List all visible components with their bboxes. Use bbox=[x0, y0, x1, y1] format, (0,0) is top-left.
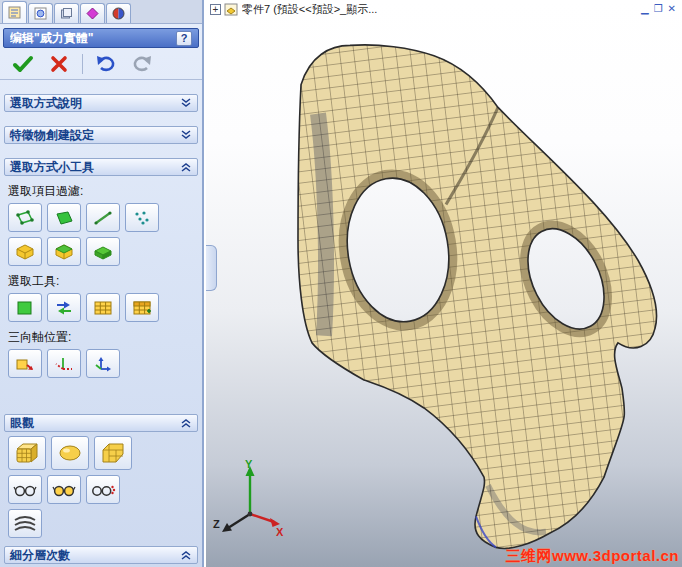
filter-body-icon bbox=[14, 243, 36, 261]
panel-header: 编辑"威力實體" ? bbox=[3, 28, 199, 48]
watermark-text: 三维网www.3dportal.cn bbox=[506, 547, 679, 566]
triad-align-icon bbox=[92, 355, 114, 373]
glasses-points-icon bbox=[90, 482, 116, 498]
triad-icon-row bbox=[0, 349, 202, 378]
close-icon[interactable]: ✕ bbox=[668, 4, 676, 14]
group-label-selection-tools: 選取工具: bbox=[8, 273, 202, 290]
select-table-button[interactable] bbox=[125, 293, 159, 322]
group-label-triad-position: 三向軸位置: bbox=[8, 329, 202, 346]
tab-dimxpert[interactable] bbox=[80, 3, 105, 23]
view-icon-row-3 bbox=[0, 509, 202, 538]
tab-configuration[interactable] bbox=[28, 3, 53, 23]
glasses-points-button[interactable] bbox=[86, 475, 120, 504]
view-icon-row-1 bbox=[0, 436, 202, 470]
swap-selection-icon bbox=[53, 299, 75, 317]
ok-button[interactable] bbox=[10, 52, 36, 76]
undo-button[interactable] bbox=[93, 52, 119, 76]
red-blue-orb-icon bbox=[112, 7, 125, 20]
select-grid-icon bbox=[92, 299, 114, 317]
filter-body-button[interactable] bbox=[8, 237, 42, 266]
window-controls: ▁ ❐ ✕ bbox=[641, 4, 676, 14]
redo-arrow-icon bbox=[131, 54, 153, 74]
tab-appearance[interactable] bbox=[106, 3, 131, 23]
triad-move-icon bbox=[53, 355, 75, 373]
magenta-diamond-icon bbox=[86, 7, 99, 20]
filter-icon-row-2 bbox=[0, 237, 202, 266]
isoparm-layers-button[interactable] bbox=[8, 509, 42, 538]
section-view[interactable]: 眼觀 bbox=[4, 414, 198, 432]
triad-move-button[interactable] bbox=[47, 349, 81, 378]
chevron-up-icon bbox=[180, 162, 192, 172]
filter-vertices-icon bbox=[14, 209, 36, 227]
triad-default-icon bbox=[14, 355, 36, 373]
filter-icon-row-1 bbox=[0, 203, 202, 232]
glasses-wireframe-button[interactable] bbox=[8, 475, 42, 504]
filter-body-flat-button[interactable] bbox=[86, 237, 120, 266]
section-label: 選取方式小工具 bbox=[10, 159, 94, 176]
tab-property-manager[interactable] bbox=[2, 1, 27, 23]
section-label: 眼觀 bbox=[10, 415, 34, 432]
axis-x-label: X bbox=[276, 526, 284, 538]
select-table-icon bbox=[131, 299, 153, 317]
chevron-down-icon bbox=[180, 98, 192, 108]
restore-icon[interactable]: ❐ bbox=[654, 4, 663, 14]
chevron-down-icon bbox=[180, 130, 192, 140]
orientation-triad: Y X Z bbox=[212, 458, 286, 542]
filter-body-face-icon bbox=[53, 243, 75, 261]
filter-body-flat-icon bbox=[92, 243, 114, 261]
filter-vertices-button[interactable] bbox=[8, 203, 42, 232]
document-lines-icon bbox=[8, 6, 21, 19]
view-icon-row-2 bbox=[0, 475, 202, 504]
redo-button[interactable] bbox=[129, 52, 155, 76]
filter-points-button[interactable] bbox=[125, 203, 159, 232]
axis-y-label: Y bbox=[245, 458, 253, 470]
filter-edges-button[interactable] bbox=[86, 203, 120, 232]
display-smooth-button[interactable] bbox=[51, 436, 89, 470]
panel-toolbar bbox=[0, 48, 202, 80]
section-selection-help[interactable]: 選取方式說明 bbox=[4, 94, 198, 112]
sphere-badge-icon bbox=[34, 7, 47, 20]
feature-tree-expand-icon[interactable]: + bbox=[210, 4, 221, 15]
select-grid-button[interactable] bbox=[86, 293, 120, 322]
cancel-button[interactable] bbox=[46, 52, 72, 76]
document-title-bar: + 零件7 (預設<<預設>_顯示... ▁ ❐ ✕ bbox=[206, 0, 682, 18]
section-feature-create[interactable]: 特徵物創建設定 bbox=[4, 126, 198, 144]
section-selection-tools[interactable]: 選取方式小工具 bbox=[4, 158, 198, 176]
filter-faces-button[interactable] bbox=[47, 203, 81, 232]
axis-z-label: Z bbox=[213, 518, 220, 530]
swap-selection-button[interactable] bbox=[47, 293, 81, 322]
undo-arrow-icon bbox=[95, 54, 117, 74]
triad-default-button[interactable] bbox=[8, 349, 42, 378]
section-subdivision[interactable]: 細分層次數 bbox=[4, 546, 198, 564]
triad-align-button[interactable] bbox=[86, 349, 120, 378]
minimize-icon[interactable]: ▁ bbox=[641, 4, 649, 14]
chevron-up-icon bbox=[180, 550, 192, 560]
chevron-up-icon bbox=[180, 418, 192, 428]
part-document-icon bbox=[224, 3, 238, 16]
toolbar-separator bbox=[82, 54, 83, 74]
section-label: 細分層次數 bbox=[10, 547, 70, 564]
display-cage-cut-icon bbox=[100, 442, 126, 464]
display-cage-box-button[interactable] bbox=[8, 436, 46, 470]
panel-tab-strip bbox=[0, 0, 202, 24]
select-faces-button[interactable] bbox=[8, 293, 42, 322]
glasses-wireframe-icon bbox=[12, 482, 38, 498]
green-check-icon bbox=[12, 54, 34, 74]
isoparm-layers-icon bbox=[12, 515, 38, 533]
glasses-shaded-icon bbox=[51, 482, 77, 498]
panel-collapse-handle[interactable] bbox=[206, 245, 217, 291]
document-title: 零件7 (預設<<預設>_顯示... bbox=[242, 2, 641, 17]
section-label: 特徵物創建設定 bbox=[10, 127, 94, 144]
select-faces-icon bbox=[14, 299, 36, 317]
red-x-icon bbox=[49, 54, 69, 74]
display-cage-cut-button[interactable] bbox=[94, 436, 132, 470]
graphics-viewport[interactable]: + 零件7 (預設<<預設>_顯示... ▁ ❐ ✕ Y bbox=[206, 0, 682, 567]
filter-body-face-button[interactable] bbox=[47, 237, 81, 266]
group-label-selection-filter: 選取項目過濾: bbox=[8, 183, 202, 200]
property-manager-panel: 编辑"威力實體" ? bbox=[0, 0, 204, 567]
help-button[interactable]: ? bbox=[176, 31, 192, 46]
display-cage-box-icon bbox=[14, 442, 40, 464]
tab-display-manager[interactable] bbox=[54, 3, 79, 23]
glasses-shaded-button[interactable] bbox=[47, 475, 81, 504]
filter-faces-icon bbox=[53, 209, 75, 227]
